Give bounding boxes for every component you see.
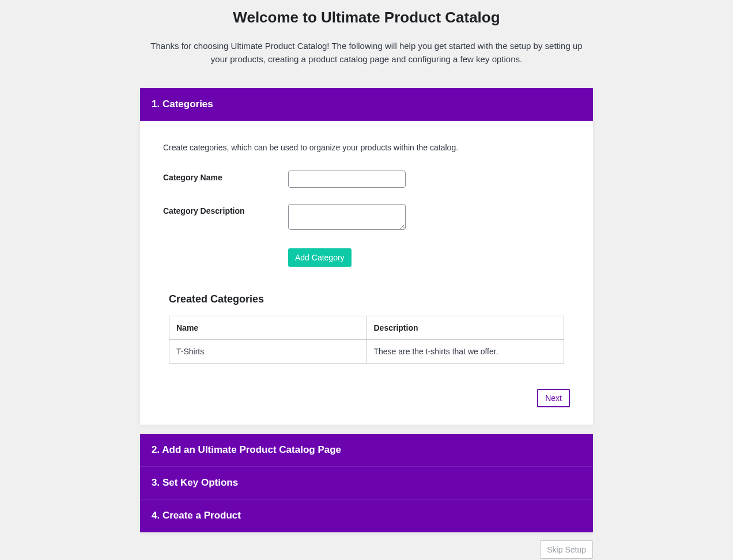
table-header-name: Name	[169, 316, 367, 339]
category-desc-input[interactable]	[288, 204, 406, 230]
row-name-cell: T-Shirts	[169, 339, 367, 363]
page-subtitle: Thanks for choosing Ultimate Product Cat…	[145, 39, 588, 66]
step-1-footer: Next	[163, 389, 570, 407]
category-name-label: Category Name	[163, 171, 288, 182]
categories-table: Name Description T-Shirts These are the …	[169, 316, 564, 364]
page-title: Welcome to Ultimate Product Catalog	[140, 9, 593, 27]
skip-row: Skip Setup	[140, 540, 593, 559]
table-header-desc: Description	[366, 316, 564, 339]
step-1-header[interactable]: 1. Categories	[140, 88, 593, 121]
category-desc-row: Category Description	[163, 204, 570, 232]
next-button[interactable]: Next	[537, 389, 570, 407]
row-desc-cell: These are the t-shirts that we offer.	[366, 339, 564, 363]
step-4-header[interactable]: 4. Create a Product	[140, 500, 593, 532]
step-3-header[interactable]: 3. Set Key Options	[140, 467, 593, 500]
step-1-body: Create categories, which can be used to …	[140, 121, 593, 425]
created-categories-title: Created Categories	[169, 293, 564, 305]
skip-setup-button[interactable]: Skip Setup	[540, 540, 593, 559]
category-name-input[interactable]	[288, 171, 406, 188]
category-desc-label: Category Description	[163, 204, 288, 215]
category-name-row: Category Name	[163, 171, 570, 188]
add-category-row: Add Category	[163, 248, 570, 267]
step-1-card: 1. Categories Create categories, which c…	[140, 88, 593, 425]
add-category-button[interactable]: Add Category	[288, 248, 352, 267]
table-row: T-Shirts These are the t-shirts that we …	[169, 339, 564, 363]
step-1-description: Create categories, which can be used to …	[163, 143, 570, 152]
collapsed-steps: 2. Add an Ultimate Product Catalog Page …	[140, 434, 593, 532]
step-2-header[interactable]: 2. Add an Ultimate Product Catalog Page	[140, 434, 593, 467]
created-categories-section: Created Categories Name Description T-Sh…	[163, 287, 570, 364]
